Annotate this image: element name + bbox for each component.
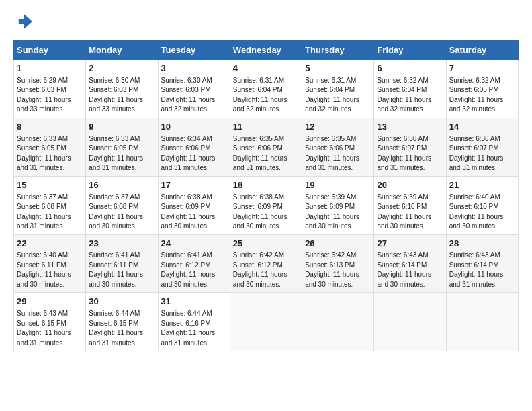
calendar-cell: 4Sunrise: 6:31 AMSunset: 6:04 PMDaylight… [230,60,302,118]
day-number: 18 [233,179,299,192]
day-number: 15 [17,179,83,192]
calendar-cell: 20Sunrise: 6:39 AMSunset: 6:10 PMDayligh… [374,176,446,234]
col-header-saturday: Saturday [446,41,518,60]
calendar-cell: 13Sunrise: 6:36 AMSunset: 6:07 PMDayligh… [374,118,446,176]
calendar-cell: 5Sunrise: 6:31 AMSunset: 6:04 PMDaylight… [302,60,374,118]
col-header-monday: Monday [86,41,158,60]
calendar-cell: 14Sunrise: 6:36 AMSunset: 6:07 PMDayligh… [446,118,518,176]
page-header [13,12,519,31]
day-number: 29 [17,295,83,308]
day-number: 31 [161,295,227,308]
day-number: 1 [17,62,83,75]
calendar-cell: 3Sunrise: 6:30 AMSunset: 6:03 PMDaylight… [158,60,230,118]
page-container: SundayMondayTuesdayWednesdayThursdayFrid… [0,0,532,358]
calendar-week-row: 15Sunrise: 6:37 AMSunset: 6:08 PMDayligh… [14,176,519,234]
day-number: 26 [305,238,371,250]
calendar-cell: 25Sunrise: 6:42 AMSunset: 6:12 PMDayligh… [230,234,302,293]
day-number: 14 [449,121,515,134]
day-number: 24 [161,238,227,250]
calendar-cell: 23Sunrise: 6:41 AMSunset: 6:11 PMDayligh… [86,234,158,293]
calendar-cell: 1Sunrise: 6:29 AMSunset: 6:03 PMDaylight… [14,60,86,118]
calendar-cell: 18Sunrise: 6:38 AMSunset: 6:09 PMDayligh… [230,176,302,234]
calendar-table: SundayMondayTuesdayWednesdayThursdayFrid… [13,40,519,351]
day-number: 19 [305,179,371,192]
calendar-cell: 2Sunrise: 6:30 AMSunset: 6:03 PMDaylight… [86,60,158,118]
day-number: 11 [233,121,299,134]
calendar-cell [302,293,374,351]
calendar-week-row: 1Sunrise: 6:29 AMSunset: 6:03 PMDaylight… [14,60,519,118]
calendar-cell: 24Sunrise: 6:41 AMSunset: 6:12 PMDayligh… [158,234,230,293]
day-number: 20 [377,179,443,192]
calendar-cell: 17Sunrise: 6:38 AMSunset: 6:09 PMDayligh… [158,176,230,234]
calendar-cell: 19Sunrise: 6:39 AMSunset: 6:09 PMDayligh… [302,176,374,234]
day-number: 22 [17,238,83,250]
calendar-cell [446,293,518,351]
svg-marker-0 [19,14,32,29]
calendar-cell: 27Sunrise: 6:43 AMSunset: 6:14 PMDayligh… [374,234,446,293]
calendar-cell: 7Sunrise: 6:32 AMSunset: 6:05 PMDaylight… [446,60,518,118]
day-number: 12 [305,121,371,134]
calendar-cell: 26Sunrise: 6:42 AMSunset: 6:13 PMDayligh… [302,234,374,293]
calendar-cell: 11Sunrise: 6:35 AMSunset: 6:06 PMDayligh… [230,118,302,176]
calendar-cell: 29Sunrise: 6:43 AMSunset: 6:15 PMDayligh… [14,293,86,351]
day-number: 27 [377,238,443,250]
calendar-week-row: 29Sunrise: 6:43 AMSunset: 6:15 PMDayligh… [14,293,519,351]
calendar-cell: 6Sunrise: 6:32 AMSunset: 6:04 PMDaylight… [374,60,446,118]
day-number: 4 [233,62,299,75]
calendar-cell: 30Sunrise: 6:44 AMSunset: 6:15 PMDayligh… [86,293,158,351]
day-number: 6 [377,62,443,75]
day-number: 3 [161,62,227,75]
calendar-cell: 12Sunrise: 6:35 AMSunset: 6:06 PMDayligh… [302,118,374,176]
day-number: 25 [233,238,299,250]
calendar-cell: 15Sunrise: 6:37 AMSunset: 6:08 PMDayligh… [14,176,86,234]
day-number: 9 [89,121,154,134]
day-number: 5 [305,62,371,75]
day-number: 21 [449,179,515,192]
calendar-cell: 28Sunrise: 6:43 AMSunset: 6:14 PMDayligh… [446,234,518,293]
col-header-wednesday: Wednesday [230,41,302,60]
logo-icon [13,12,32,31]
col-header-sunday: Sunday [14,41,86,60]
day-number: 8 [17,121,83,134]
logo [13,12,35,31]
day-number: 13 [377,121,443,134]
calendar-cell: 31Sunrise: 6:44 AMSunset: 6:16 PMDayligh… [158,293,230,351]
col-header-friday: Friday [374,41,446,60]
calendar-cell: 10Sunrise: 6:34 AMSunset: 6:06 PMDayligh… [158,118,230,176]
calendar-cell: 16Sunrise: 6:37 AMSunset: 6:08 PMDayligh… [86,176,158,234]
day-number: 10 [161,121,227,134]
col-header-thursday: Thursday [302,41,374,60]
day-number: 2 [89,62,154,75]
day-number: 30 [89,295,154,308]
calendar-week-row: 22Sunrise: 6:40 AMSunset: 6:11 PMDayligh… [14,234,519,293]
calendar-week-row: 8Sunrise: 6:33 AMSunset: 6:05 PMDaylight… [14,118,519,176]
calendar-cell [374,293,446,351]
day-number: 16 [89,179,154,192]
calendar-cell: 22Sunrise: 6:40 AMSunset: 6:11 PMDayligh… [14,234,86,293]
day-number: 17 [161,179,227,192]
day-number: 28 [449,238,515,250]
day-number: 7 [449,62,515,75]
col-header-tuesday: Tuesday [158,41,230,60]
calendar-cell: 8Sunrise: 6:33 AMSunset: 6:05 PMDaylight… [14,118,86,176]
calendar-cell: 9Sunrise: 6:33 AMSunset: 6:05 PMDaylight… [86,118,158,176]
calendar-cell: 21Sunrise: 6:40 AMSunset: 6:10 PMDayligh… [446,176,518,234]
calendar-header-row: SundayMondayTuesdayWednesdayThursdayFrid… [14,41,519,60]
calendar-cell [230,293,302,351]
day-number: 23 [89,238,154,250]
